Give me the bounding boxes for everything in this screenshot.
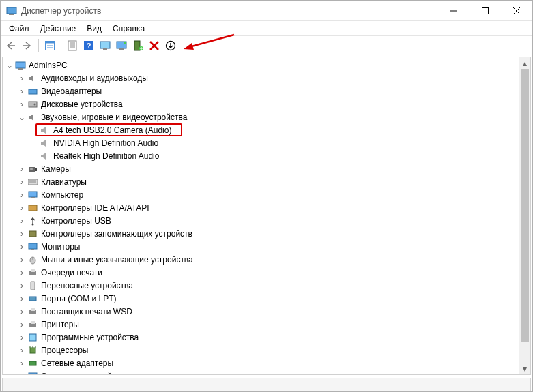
tree-device-label: NVIDIA High Definition Audio: [53, 138, 158, 148]
tree-root[interactable]: ⌄ AdminsPC: [3, 59, 519, 72]
tree-category-label: Дисковые устройства: [41, 100, 123, 109]
expand-icon[interactable]: ›: [16, 165, 27, 173]
menu-help[interactable]: Справка: [107, 22, 150, 35]
expand-icon[interactable]: ›: [16, 359, 27, 367]
tree-category[interactable]: › Мыши и иные указывающие устройства: [3, 253, 519, 266]
toolbar-update-button[interactable]: [163, 38, 178, 53]
tree-category[interactable]: › Контроллеры запоминающих устройств: [3, 227, 519, 240]
tree-device-label: Realtek High Definition Audio: [53, 151, 159, 161]
tree-category-expanded[interactable]: ⌄ Звуковые, игровые и видеоустройства: [3, 110, 519, 123]
toolbar-disable-button[interactable]: [147, 38, 162, 53]
close-button[interactable]: [501, 1, 532, 20]
expand-icon[interactable]: ›: [16, 191, 27, 199]
scroll-up-button[interactable]: ▴: [519, 57, 530, 69]
software-icon: [27, 332, 38, 343]
tree-category[interactable]: › Поставщик печати WSD: [3, 305, 519, 318]
scroll-down-button[interactable]: ▾: [519, 363, 530, 374]
expand-icon[interactable]: ›: [16, 346, 27, 355]
printer-icon: [27, 319, 38, 330]
tree-category[interactable]: › Аудиовходы и аудиовыходы: [3, 72, 519, 85]
svg-rect-21: [119, 48, 124, 50]
tree-category[interactable]: › Контроллеры IDE ATA/ATAPI: [3, 201, 519, 214]
tree-category[interactable]: › Принтеры: [3, 318, 519, 331]
svg-rect-18: [100, 42, 110, 48]
minimize-button[interactable]: [438, 1, 470, 20]
maximize-button[interactable]: [470, 1, 501, 20]
toolbar-add-hardware-button[interactable]: [130, 38, 145, 53]
tree-category[interactable]: › Компьютер: [3, 188, 519, 201]
tree-category[interactable]: › Клавиатуры: [3, 175, 519, 188]
cpu-icon: [27, 345, 38, 356]
expand-icon[interactable]: ›: [16, 256, 27, 264]
tree-category[interactable]: › Контроллеры USB: [3, 214, 519, 227]
tree-category-label: Аудиовходы и аудиовыходы: [41, 74, 148, 83]
vertical-scrollbar[interactable]: ▴ ▾: [519, 57, 530, 374]
printer-icon: [27, 267, 38, 278]
tree-category-label: Мыши и иные указывающие устройства: [41, 255, 193, 265]
tree-category-label: Видеоадаптеры: [41, 87, 102, 96]
tree-category[interactable]: › Очереди печати: [3, 266, 519, 279]
tree-category[interactable]: › Процессоры: [3, 344, 519, 357]
tree-category-label: Процессоры: [41, 346, 89, 355]
svg-rect-47: [29, 231, 36, 237]
svg-rect-19: [103, 48, 107, 50]
expand-icon[interactable]: ›: [16, 100, 27, 108]
collapse-icon[interactable]: ⌄: [16, 113, 27, 121]
toolbar-back-button[interactable]: [3, 38, 18, 53]
tree-category[interactable]: › Сетевые адаптеры: [3, 357, 519, 370]
expand-icon[interactable]: ›: [16, 282, 27, 290]
scroll-thumb[interactable]: [521, 69, 529, 342]
title-bar: Диспетчер устройств: [1, 1, 532, 21]
tree-category[interactable]: › Программные устройства: [3, 331, 519, 344]
tree-category[interactable]: › Видеоадаптеры: [3, 85, 519, 97]
tree-category[interactable]: › Переносные устройства: [3, 279, 519, 292]
expand-icon[interactable]: ›: [16, 74, 27, 82]
menu-action[interactable]: Действие: [35, 22, 82, 35]
svg-rect-44: [31, 197, 35, 198]
tree-category[interactable]: › Камеры: [3, 162, 519, 175]
toolbar-showhide-button[interactable]: [42, 38, 57, 53]
expand-icon[interactable]: ›: [16, 320, 27, 329]
tree-category-label: Системные устройства: [41, 372, 129, 375]
toolbar-separator: [61, 39, 61, 52]
svg-rect-61: [30, 348, 35, 353]
expand-icon[interactable]: ›: [16, 87, 27, 95]
expand-icon[interactable]: ›: [16, 269, 27, 277]
svg-rect-60: [29, 334, 36, 341]
toolbar-bytype-button[interactable]: [98, 38, 113, 53]
toolbar-help-button[interactable]: ?: [81, 38, 96, 53]
tree-device-highlighted[interactable]: NVIDIA High Definition Audio: [3, 136, 519, 149]
toolbar-properties-button[interactable]: [65, 38, 80, 53]
device-tree[interactable]: ⌄ AdminsPC › Аудиовходы и аудиовыходы › …: [3, 57, 519, 374]
tree-category-label: Контроллеры USB: [41, 216, 111, 226]
toolbar-byconn-button[interactable]: [114, 38, 129, 53]
expand-icon[interactable]: ›: [16, 217, 27, 225]
tree-category-label: Переносные устройства: [41, 281, 133, 290]
collapse-icon[interactable]: ⌄: [4, 61, 15, 70]
tree-category[interactable]: › Системные устройства: [3, 370, 519, 374]
tree-panel: ⌄ AdminsPC › Аудиовходы и аудиовыходы › …: [2, 57, 531, 375]
tree-category[interactable]: › Дисковые устройства: [3, 97, 519, 110]
annotation-arrow-icon: [182, 33, 237, 52]
expand-icon[interactable]: ›: [16, 307, 27, 316]
tree-category-label: Компьютер: [41, 190, 83, 200]
toolbar-forward-button[interactable]: [20, 38, 35, 53]
expand-icon[interactable]: ›: [16, 333, 27, 342]
svg-rect-34: [29, 89, 37, 94]
svg-rect-53: [31, 269, 35, 272]
expand-icon[interactable]: ›: [16, 295, 27, 303]
expand-icon[interactable]: ›: [16, 230, 27, 238]
tree-device[interactable]: A4 tech USB2.0 Camera (Audio): [3, 123, 519, 136]
mouse-icon: [27, 254, 38, 265]
menu-view[interactable]: Вид: [81, 22, 107, 35]
svg-rect-0: [7, 7, 16, 14]
svg-rect-12: [68, 41, 76, 50]
expand-icon[interactable]: ›: [16, 204, 27, 212]
menu-file[interactable]: Файл: [3, 22, 35, 35]
tree-category[interactable]: › Порты (COM и LPT): [3, 292, 519, 305]
expand-icon[interactable]: ›: [16, 178, 27, 186]
expand-icon[interactable]: ›: [16, 372, 27, 375]
expand-icon[interactable]: ›: [16, 243, 27, 251]
tree-device[interactable]: Realtek High Definition Audio: [3, 149, 519, 162]
tree-category[interactable]: › Мониторы: [3, 240, 519, 253]
